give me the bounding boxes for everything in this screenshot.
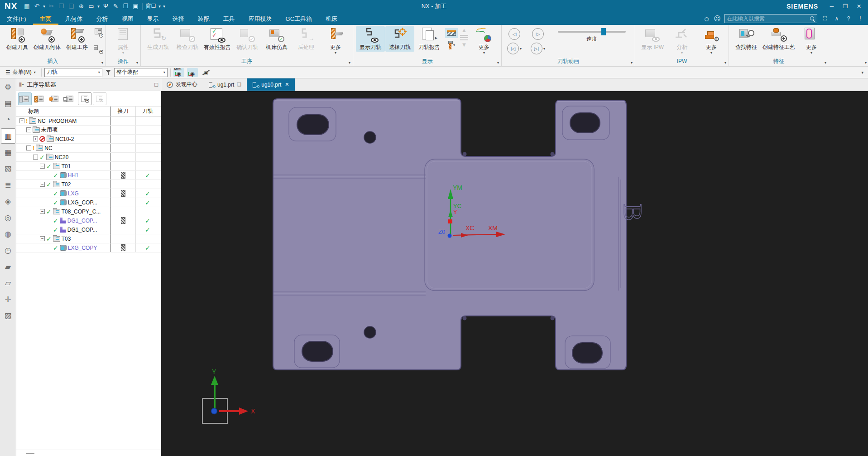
close-tab-icon[interactable]: ✕ bbox=[285, 82, 289, 87]
tree-row[interactable]: −✓T01 bbox=[16, 162, 161, 171]
settings-gear-icon[interactable]: ⚙ bbox=[1, 79, 15, 95]
collapse-node-icon[interactable]: − bbox=[33, 155, 38, 160]
tree-item-label[interactable]: DG1_COP... bbox=[67, 218, 97, 224]
tree-row[interactable]: −!NC bbox=[16, 144, 161, 153]
play-backward-button[interactable]: ◁ bbox=[508, 28, 520, 40]
tree-row[interactable]: −未用项 bbox=[16, 126, 161, 135]
collapse-node-icon[interactable]: − bbox=[40, 182, 45, 187]
tree-row[interactable]: ✓LXG✓ bbox=[16, 189, 161, 198]
alerts-icon[interactable]: ! bbox=[856, 15, 864, 22]
hide-display-toggle[interactable]: ◉ bbox=[201, 68, 211, 77]
machine-navigator-icon[interactable]: ▧ bbox=[1, 161, 15, 176]
operation-more-button[interactable]: 更多 ▾ bbox=[321, 26, 350, 55]
minimize-ribbon-icon[interactable]: ∧ bbox=[833, 15, 841, 22]
constraint-navigator-icon[interactable]: ◔ bbox=[1, 112, 15, 127]
tree-row[interactable]: +NC10-2 bbox=[16, 135, 161, 144]
ribbon-tab-机床[interactable]: 机床 bbox=[319, 12, 344, 25]
create-program-button[interactable]: + bbox=[93, 28, 102, 36]
ribbon-tab-主页[interactable]: 主页 bbox=[33, 12, 58, 25]
ribbon-tab-几何体[interactable]: 几何体 bbox=[58, 12, 90, 25]
validity-report-button[interactable]: ✓ ✓ 有效性报告 bbox=[202, 26, 232, 52]
machine-sim-icon[interactable]: ▨ bbox=[1, 308, 15, 323]
tree-item-label[interactable]: NC20 bbox=[55, 154, 69, 160]
tree-row[interactable]: −✓T08_COPY_C... bbox=[16, 207, 161, 216]
show-axes-toggle[interactable]: ◉ bbox=[187, 68, 198, 77]
features-more-button[interactable]: 更多 ▾ bbox=[797, 26, 826, 55]
collapse-node-icon[interactable]: − bbox=[26, 146, 31, 150]
measure-part-icon[interactable]: ◈ bbox=[1, 194, 15, 209]
toolpath-report-button[interactable]: ▸ 刀轨报告 bbox=[415, 26, 444, 52]
create-tool-button[interactable]: 创建刀具 bbox=[3, 26, 32, 52]
column-title[interactable]: 标题 bbox=[16, 107, 110, 116]
history-icon[interactable]: ◷ bbox=[1, 243, 15, 258]
search-icon[interactable] bbox=[810, 16, 815, 21]
go-to-end-button[interactable]: ▷| bbox=[531, 43, 542, 54]
show-ipw-button[interactable]: 显示 IPW bbox=[638, 26, 667, 52]
feedback-sad-icon[interactable]: ☹ bbox=[714, 15, 721, 23]
tree-row[interactable]: ✓DG1_COP...✓ bbox=[16, 216, 161, 225]
confirm-toolpath-button[interactable]: ✓ 确认刀轨 bbox=[233, 26, 262, 52]
move-down-icon[interactable]: ▼ bbox=[461, 42, 467, 48]
close-window-button[interactable]: ✕ bbox=[93, 92, 106, 105]
help-icon[interactable]: ? bbox=[844, 15, 853, 22]
collapse-node-icon[interactable]: − bbox=[40, 164, 45, 169]
tree-item-label[interactable]: NC10-2 bbox=[55, 136, 74, 142]
machine-simulation-button[interactable]: ✓ 机床仿真 bbox=[262, 26, 291, 52]
play-forward-button[interactable]: ▷ bbox=[532, 28, 544, 40]
feedback-happy-icon[interactable]: ☺ bbox=[703, 15, 710, 23]
find-features-button[interactable]: 查找特征 bbox=[732, 26, 761, 52]
undo-icon[interactable]: ↶ bbox=[32, 3, 42, 10]
tree-item-label[interactable]: LXG_COPY bbox=[68, 245, 97, 251]
method-view-button[interactable] bbox=[63, 92, 77, 105]
format-brush-icon[interactable]: ✎ bbox=[110, 3, 120, 10]
copy-icon[interactable]: ❐ bbox=[56, 3, 66, 10]
go-to-start-button[interactable]: |◁ bbox=[507, 43, 519, 54]
visualization-icon[interactable]: ▱ bbox=[1, 275, 15, 291]
create-operation-button[interactable]: 创建工序 bbox=[62, 26, 91, 52]
program-order-view-button[interactable] bbox=[18, 92, 32, 105]
tree-item-label[interactable]: NC_PROGRAM bbox=[38, 118, 77, 124]
resize-grip[interactable] bbox=[26, 453, 34, 454]
caret-icon[interactable]: ▾ bbox=[520, 47, 522, 51]
tree-row[interactable]: ✓DG1_COP...✓ bbox=[16, 225, 161, 234]
ribbon-tab-应用模块[interactable]: 应用模块 bbox=[242, 12, 279, 25]
tools-icon[interactable]: ✛ bbox=[1, 291, 15, 307]
create-method-button[interactable]: + bbox=[93, 44, 102, 53]
toolbar-overflow-icon[interactable]: ▾ bbox=[162, 4, 166, 9]
dependencies-icon[interactable]: ≣ bbox=[1, 177, 15, 193]
properties-button[interactable]: 属性 ▾ bbox=[109, 26, 138, 55]
ribbon-tab-工具[interactable]: 工具 bbox=[216, 12, 242, 25]
ipw-more-button[interactable]: ⚙ 更多 ▾ bbox=[697, 26, 726, 55]
open-icon[interactable]: ▭ bbox=[86, 3, 96, 10]
group-caret-icon[interactable]: ▾ bbox=[825, 59, 826, 67]
collapse-node-icon[interactable]: − bbox=[40, 209, 45, 214]
move-icon[interactable]: ⊕ bbox=[76, 3, 86, 10]
tree-item-label[interactable]: NC bbox=[44, 145, 52, 151]
view-triad[interactable]: Y X bbox=[202, 368, 255, 423]
operation-navigator-icon[interactable]: ▥ bbox=[1, 128, 15, 144]
search-part-icon[interactable]: ◎ bbox=[1, 210, 15, 225]
minimize-button[interactable]: ─ bbox=[825, 3, 838, 10]
undo-caret-icon[interactable]: ▾ bbox=[42, 4, 46, 9]
group-caret-icon[interactable]: ▾ bbox=[497, 59, 499, 67]
tree-row[interactable]: −!NC_PROGRAM bbox=[16, 116, 161, 126]
ribbon-options-caret-icon[interactable]: ▾ bbox=[865, 59, 867, 67]
close-button[interactable]: ✕ bbox=[853, 3, 865, 10]
tree-item-label[interactable]: HH1 bbox=[68, 172, 79, 179]
tree-item-label[interactable]: T02 bbox=[62, 181, 71, 188]
speed-slider-thumb[interactable] bbox=[601, 28, 606, 35]
tree-row[interactable]: ✓LXG_COPY✓ bbox=[16, 243, 161, 252]
window-menu-caret-icon[interactable]: ▾ bbox=[157, 4, 162, 9]
group-caret-icon[interactable]: ▾ bbox=[101, 59, 103, 67]
tab-discovery-center[interactable]: 发现中心 bbox=[161, 78, 203, 91]
web-browser-icon[interactable]: ◍ bbox=[1, 226, 15, 242]
speed-slider-track[interactable] bbox=[558, 31, 626, 33]
move-up-icon[interactable]: ▲ bbox=[461, 27, 467, 34]
ribbon-tab-视图[interactable]: 视图 bbox=[115, 12, 140, 25]
group-caret-icon[interactable]: ▾ bbox=[136, 59, 138, 67]
select-toolpath-button[interactable]: 选择刀轨 bbox=[385, 26, 414, 52]
tree-row[interactable]: ✓LXG_COP...✓ bbox=[16, 198, 161, 207]
tree-item-label[interactable]: DG1_COP... bbox=[67, 227, 97, 233]
window-layout-icon[interactable]: ▣ bbox=[130, 3, 140, 10]
caret-icon[interactable]: ▾ bbox=[543, 47, 545, 51]
